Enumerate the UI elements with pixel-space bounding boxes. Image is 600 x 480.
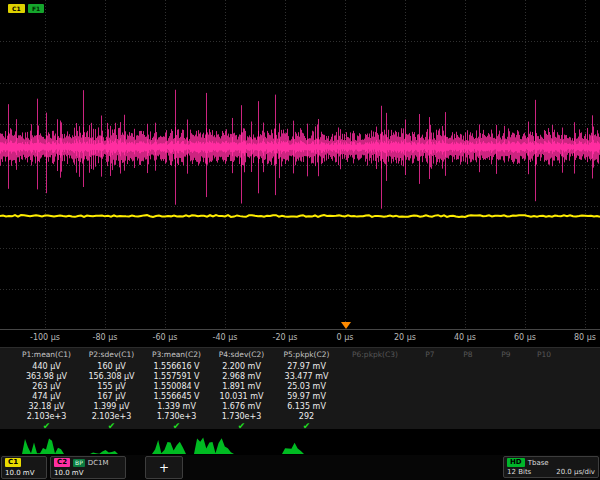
measurement-cell: 1.676 mV: [209, 402, 274, 411]
measurement-column-header[interactable]: P8: [449, 350, 487, 359]
measurement-column-header[interactable]: P4:sdev(C2): [209, 350, 274, 359]
measurement-column-header[interactable]: P5:pkpk(C2): [274, 350, 339, 359]
c1-descriptor[interactable]: C1 10.0 mV: [1, 456, 47, 479]
time-axis-label: 0 µs: [337, 333, 354, 342]
measurement-cell: 2.968 mV: [209, 372, 274, 381]
measurement-histicon[interactable]: [152, 440, 186, 454]
measurement-cell: 1.399 µV: [79, 402, 144, 411]
measurement-column-header[interactable]: P3:mean(C2): [144, 350, 209, 359]
measurement-cell: 156.308 µV: [79, 372, 144, 381]
measurement-column-header[interactable]: P6:pkpk(C3): [339, 350, 411, 359]
measurement-cell: 1.891 mV: [209, 382, 274, 391]
timebase-descriptor[interactable]: HD Tbase 12 Bits 20.0 µs/div: [503, 456, 599, 478]
measurement-cell: 167 µV: [79, 392, 144, 401]
measurement-histicon[interactable]: [90, 450, 118, 454]
measurement-cell: 1.730e+3: [209, 412, 274, 421]
measurement-column-header[interactable]: P10: [525, 350, 563, 359]
plus-icon: +: [159, 461, 169, 475]
trace-tab-f1[interactable]: F1: [28, 4, 44, 13]
measurement-cell: 27.97 mV: [274, 362, 339, 371]
measurement-histicon[interactable]: [22, 438, 64, 454]
measurement-cell: 160 µV: [79, 362, 144, 371]
time-axis: -100 µs-80 µs-60 µs-40 µs-20 µs0 µs20 µs…: [0, 330, 600, 347]
c2-bandwidth-tag: BP: [73, 459, 85, 467]
measurement-cell: 1.550084 V: [144, 382, 209, 391]
time-axis-label: 60 µs: [514, 333, 536, 342]
measurement-cell: 6.135 mV: [274, 402, 339, 411]
add-trace-button[interactable]: +: [145, 456, 183, 479]
measurement-cell: 1.557591 V: [144, 372, 209, 381]
c2-badge: C2: [54, 458, 70, 467]
measurement-histicon[interactable]: [194, 438, 234, 455]
trigger-position-marker[interactable]: [341, 322, 351, 329]
time-axis-label: -60 µs: [153, 333, 178, 342]
measurement-cell: 10.031 mV: [209, 392, 274, 401]
measurement-table: P1:mean(C1)P2:sdev(C1)P3:mean(C2)P4:sdev…: [0, 347, 600, 430]
measurement-cell: 363.98 µV: [14, 372, 79, 381]
time-axis-label: -40 µs: [213, 333, 238, 342]
measurement-cell: 25.03 mV: [274, 382, 339, 391]
c1-scale: 10.0 mV: [5, 469, 34, 477]
trace-tab-c1[interactable]: C1: [8, 4, 25, 13]
measurement-cell: 1.556645 V: [144, 392, 209, 401]
measurement-cell: 32.18 µV: [14, 402, 79, 411]
measurement-histicon[interactable]: [282, 443, 304, 454]
measurement-column-header[interactable]: P2:sdev(C1): [79, 350, 144, 359]
c1-badge: C1: [5, 458, 21, 467]
histicon-strip: [0, 429, 600, 455]
measurement-column-header[interactable]: P1:mean(C1): [14, 350, 79, 359]
c2-descriptor[interactable]: C2 BP DC1M 10.0 mV: [50, 456, 126, 479]
measurement-cell: 263 µV: [14, 382, 79, 391]
tbase-scale: 20.0 µs/div: [556, 468, 595, 476]
time-axis-label: 40 µs: [454, 333, 476, 342]
measurement-cell: 33.477 mV: [274, 372, 339, 381]
c2-scale: 10.0 mV: [54, 469, 83, 477]
measurement-cell: 1.730e+3: [144, 412, 209, 421]
measurement-cell: 440 µV: [14, 362, 79, 371]
tbase-bits: 12 Bits: [507, 468, 531, 476]
measurement-column-header[interactable]: P9: [487, 350, 525, 359]
measurement-cell: 2.200 mV: [209, 362, 274, 371]
measurement-cell: 292: [274, 412, 339, 421]
measurement-cell: 155 µV: [79, 382, 144, 391]
measurement-cell: 59.97 mV: [274, 392, 339, 401]
waveform-display[interactable]: [0, 0, 600, 330]
measurement-column-header[interactable]: P7: [411, 350, 449, 359]
oscilloscope-screen: C1 F1 -100 µs-80 µs-60 µs-40 µs-20 µs0 µ…: [0, 0, 600, 480]
time-axis-label: -20 µs: [273, 333, 298, 342]
descriptor-bar: C1 10.0 mV C2 BP DC1M 10.0 mV + HD Tbase: [0, 455, 600, 480]
measurement-cell: 474 µV: [14, 392, 79, 401]
c2-coupling: DC1M: [88, 459, 109, 467]
time-axis-label: 80 µs: [574, 333, 596, 342]
measurement-cell: 2.103e+3: [14, 412, 79, 421]
measurement-cell: 2.103e+3: [79, 412, 144, 421]
time-axis-label: 20 µs: [394, 333, 416, 342]
tbase-label: Tbase: [528, 459, 549, 467]
time-axis-label: -80 µs: [93, 333, 118, 342]
time-axis-label: -100 µs: [30, 333, 60, 342]
measurement-cell: 1.556616 V: [144, 362, 209, 371]
hd-badge: HD: [507, 458, 525, 467]
measurement-cell: 1.339 mV: [144, 402, 209, 411]
